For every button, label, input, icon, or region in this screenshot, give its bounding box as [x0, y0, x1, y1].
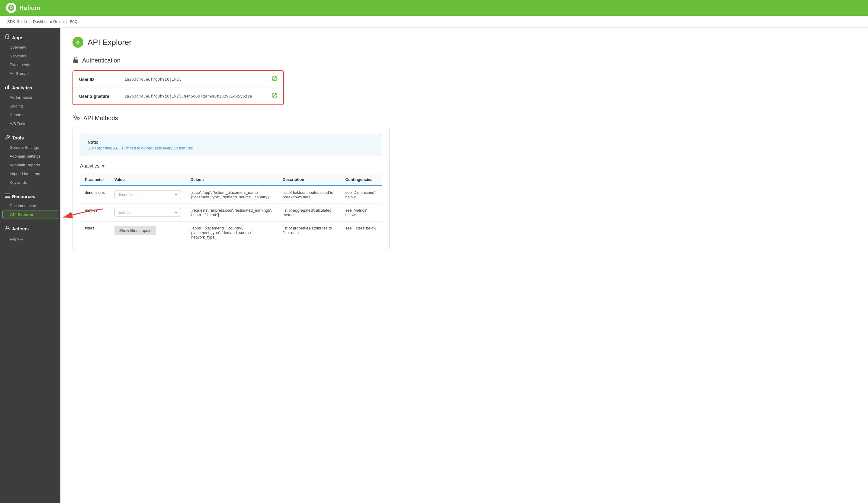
breadcrumb-sep-1: › — [29, 20, 31, 24]
metrics-default: ['requests', 'impressions', 'estimated_e… — [186, 204, 278, 222]
dimensions-description: list of fields/attributes used to breakd… — [278, 186, 341, 204]
sidebar-actions-label: Actions — [12, 226, 29, 231]
outer-methods-box: Note: Our Reporting API is limited to 40… — [72, 128, 390, 250]
metrics-contingencies: see 'Metrics' below — [340, 204, 382, 222]
table-row: dimensions dimensions ['date', 'app', 'h… — [80, 186, 382, 204]
filters-default: ['apps', 'placements', 'country', 'place… — [186, 222, 278, 244]
param-filters: filters — [85, 226, 94, 230]
auth-section-header: Authentication — [72, 56, 856, 65]
sidebar-item-abtests[interactable]: A/B Tests — [0, 119, 60, 128]
page-title: API Explorer — [87, 38, 132, 47]
user-signature-value: 1a2b3c4d5e6f7g8h9i0j1k2l3m4n5o6p7q8r9s0t… — [124, 94, 272, 98]
sidebar-item-overview[interactable]: Overview — [0, 43, 60, 52]
breadcrumb-dashboard-guide[interactable]: Dashboard Guide — [33, 19, 64, 24]
analytics-dropdown[interactable]: Analytics ▼ — [80, 163, 382, 169]
logo-icon — [6, 3, 16, 13]
sidebar-item-bidding[interactable]: Bidding — [0, 102, 60, 111]
sidebar-resources-label: Resources — [12, 194, 35, 199]
sidebar-item-adomain-reports[interactable]: Adomain Reports — [0, 161, 60, 169]
main-layout: Apps Overview Networks Placements Ad Gro… — [0, 28, 868, 503]
col-value: Value — [110, 174, 186, 186]
sidebar-item-keywords[interactable]: Keywords — [0, 178, 60, 187]
sidebar-item-documentation[interactable]: Documentation — [0, 201, 60, 210]
col-default: Default — [186, 174, 278, 186]
sidebar-item-networks[interactable]: Networks — [0, 52, 60, 60]
wrench-icon — [5, 135, 10, 141]
sidebar-item-general-settings[interactable]: General Settings — [0, 143, 60, 152]
dimensions-default: ['date', 'app', 'helium_placement_name',… — [186, 186, 278, 204]
note-title: Note: — [87, 140, 374, 145]
user-id-row: User ID 1a2b3c4d5e6f7g8h9i0j1k2l — [73, 71, 283, 88]
sidebar-apps-label: Apps — [12, 35, 23, 40]
sidebar-item-adgroups[interactable]: Ad Groups — [0, 69, 60, 78]
resources-icon — [5, 193, 10, 199]
dropdown-arrow-icon: ▼ — [101, 164, 105, 168]
filters-contingencies: see 'Filters' below — [340, 222, 382, 244]
sidebar-item-reports[interactable]: Reports — [0, 111, 60, 119]
svg-point-17 — [75, 116, 77, 118]
note-text: Our Reporting API is limited to 40 reque… — [87, 146, 374, 150]
api-explorer-icon — [72, 37, 83, 48]
svg-rect-7 — [8, 85, 9, 89]
breadcrumb: SDK Guide › Dashboard Guide › FAQ — [0, 16, 868, 28]
col-description: Description — [278, 174, 341, 186]
svg-rect-6 — [7, 86, 8, 89]
col-parameter: Parameter — [80, 174, 110, 186]
breadcrumb-sdk-guide[interactable]: SDK Guide — [7, 19, 27, 24]
metrics-description: list of aggregated/calculated metrics — [278, 204, 341, 222]
filters-description: list of properties/attributes to filter … — [278, 222, 341, 244]
user-signature-label: User Signature — [79, 94, 124, 99]
user-signature-link-icon[interactable] — [272, 93, 277, 99]
svg-point-2 — [11, 7, 12, 9]
table-row: metrics metrics ['requests', 'impression… — [80, 204, 382, 222]
dimensions-contingencies: see 'Dimensions' below — [340, 186, 382, 204]
page-title-row: API Explorer — [72, 37, 856, 48]
sidebar-item-api-explorer[interactable]: API Explorer — [2, 210, 58, 219]
sidebar-section-actions[interactable]: Actions — [0, 222, 60, 234]
sidebar-section-apps[interactable]: Apps — [0, 31, 60, 43]
lock-icon — [72, 56, 79, 65]
dimensions-select[interactable]: dimensions — [114, 190, 181, 199]
user-signature-row: User Signature 1a2b3c4d5e6f7g8h9i0j1k2l3… — [73, 88, 283, 104]
sidebar-item-logout[interactable]: Log out — [0, 234, 60, 243]
sidebar: Apps Overview Networks Placements Ad Gro… — [0, 28, 60, 503]
svg-point-12 — [6, 226, 9, 228]
auth-box: User ID 1a2b3c4d5e6f7g8h9i0j1k2l User Si… — [72, 70, 284, 105]
sidebar-section-resources[interactable]: Resources — [0, 190, 60, 201]
param-metrics: metrics — [85, 208, 97, 212]
sidebar-item-placements[interactable]: Placements — [0, 60, 60, 69]
show-filters-button[interactable]: Show filters Inputs — [114, 226, 156, 235]
api-methods-section-header: API Methods — [72, 114, 856, 122]
sidebar-tools-label: Tools — [12, 135, 24, 140]
table-row: filters Show filters Inputs ['apps', 'pl… — [80, 222, 382, 244]
breadcrumb-sep-2: › — [66, 20, 68, 24]
api-table: Parameter Value Default Description Cont… — [80, 174, 382, 244]
top-bar: Helium — [0, 0, 868, 16]
note-box: Note: Our Reporting API is limited to 40… — [80, 134, 382, 156]
user-id-value: 1a2b3c4d5e6f7g8h9i0j1k2l — [124, 77, 272, 82]
analytics-label: Analytics — [80, 163, 99, 169]
svg-rect-5 — [5, 87, 6, 89]
sidebar-item-adomain-settings[interactable]: Adomain Settings — [0, 152, 60, 161]
metrics-select[interactable]: metrics — [114, 208, 181, 217]
svg-point-15 — [77, 42, 79, 43]
sidebar-section-analytics[interactable]: Analytics — [0, 81, 60, 93]
gears-icon — [72, 114, 80, 122]
param-dimensions: dimensions — [85, 190, 105, 195]
analytics-icon — [5, 85, 10, 91]
phone-icon — [5, 34, 10, 41]
sidebar-item-performance[interactable]: Performance — [0, 93, 60, 102]
api-methods-title: API Methods — [83, 115, 118, 122]
sidebar-section-tools[interactable]: Tools — [0, 131, 60, 143]
sidebar-item-import-line-items[interactable]: Import Line Items — [0, 169, 60, 178]
auth-title: Authentication — [82, 57, 121, 64]
svg-rect-16 — [73, 60, 78, 63]
logo-text: Helium — [19, 4, 40, 11]
breadcrumb-faq[interactable]: FAQ — [70, 19, 78, 24]
user-icon — [5, 226, 10, 232]
col-contingencies: Contingencies — [340, 174, 382, 186]
sidebar-analytics-label: Analytics — [12, 85, 32, 90]
user-id-label: User ID — [79, 77, 124, 82]
user-id-link-icon[interactable] — [272, 76, 277, 83]
main-content: API Explorer Authentication User ID 1a2b… — [60, 28, 868, 503]
